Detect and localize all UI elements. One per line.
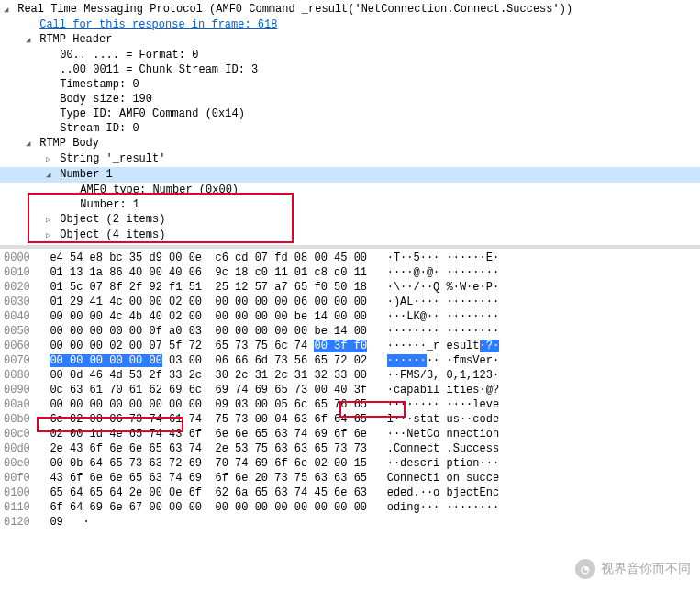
hex-row[interactable]: 0090 0c 63 61 70 61 62 69 6c 69 74 69 65… xyxy=(0,383,700,397)
header-timestamp-row[interactable]: Timestamp: 0 xyxy=(0,77,700,92)
hex-row[interactable]: 0050 00 00 00 00 00 0f a0 03 00 00 00 00… xyxy=(0,324,700,339)
hex-row[interactable]: 00b0 6c 02 00 06 73 74 61 74 75 73 00 04… xyxy=(0,412,700,427)
number-value-row[interactable]: Number: 1 xyxy=(0,197,700,212)
hex-row[interactable]: 00f0 43 6f 6e 6e 65 63 74 69 6f 6e 20 73… xyxy=(0,471,700,486)
rtmp-body-label: RTMP Body xyxy=(39,137,99,150)
watermark: ◔ 视界音你而不同 xyxy=(575,559,691,579)
expand-icon[interactable]: ◢ xyxy=(4,3,11,17)
collapse-icon[interactable]: ▷ xyxy=(46,213,53,228)
body-object2-row[interactable]: ▷ Object (2 items) xyxy=(0,212,700,228)
wechat-icon: ◔ xyxy=(575,559,595,579)
body-object4-row[interactable]: ▷ Object (4 items) xyxy=(0,228,700,243)
hex-row[interactable]: 0110 6f 64 69 6e 67 00 00 00 00 00 00 00… xyxy=(0,500,700,515)
header-typeid-row[interactable]: Type ID: AMF0 Command (0x14) xyxy=(0,106,700,121)
hex-row[interactable]: 0080 00 0d 46 4d 53 2f 33 2c 30 2c 31 2c… xyxy=(0,368,700,383)
hex-row[interactable]: 0000 e4 54 e8 bc 35 d9 00 0e c6 cd 07 fd… xyxy=(0,251,700,265)
collapse-icon[interactable]: ▷ xyxy=(46,229,53,243)
hex-row[interactable]: 00d0 2e 43 6f 6e 6e 65 63 74 2e 53 75 63… xyxy=(0,441,700,456)
hex-row[interactable]: 0100 65 64 65 64 2e 00 0e 6f 62 6a 65 63… xyxy=(0,486,700,500)
hex-row[interactable]: 0070 00 00 00 00 00 00 03 00 06 66 6d 73… xyxy=(0,353,700,368)
hex-dump-pane[interactable]: 0000 e4 54 e8 bc 35 d9 00 0e c6 cd 07 fd… xyxy=(0,245,700,530)
hex-row[interactable]: 0010 01 13 1a 86 40 00 40 06 9c 18 c0 11… xyxy=(0,265,700,280)
expand-icon[interactable]: ◢ xyxy=(46,168,53,183)
rtmp-body-row[interactable]: ◢ RTMP Body xyxy=(0,136,700,151)
hex-row[interactable]: 0120 09 · xyxy=(0,515,700,530)
hex-row[interactable]: 0020 01 5c 07 8f 2f 92 f1 51 25 12 57 a7… xyxy=(0,280,700,295)
hex-row[interactable]: 0040 00 00 00 4c 4b 40 02 00 00 00 00 00… xyxy=(0,309,700,324)
hex-row[interactable]: 00c0 02 00 1d 4e 65 74 43 6f 6e 6e 65 63… xyxy=(0,427,700,441)
hex-row[interactable]: 0060 00 00 00 02 00 07 5f 72 65 73 75 6c… xyxy=(0,339,700,353)
header-format-row[interactable]: 00.. .... = Format: 0 xyxy=(0,48,700,62)
number-type-row[interactable]: AMF0 type: Number (0x00) xyxy=(0,183,700,197)
packet-details-pane: ◢ Real Time Messaging Protocol (AMF0 Com… xyxy=(0,0,700,245)
hex-row[interactable]: 00a0 00 00 00 00 00 00 00 00 09 03 00 05… xyxy=(0,397,700,412)
body-string-row[interactable]: ▷ String '_result' xyxy=(0,151,700,167)
call-link-row[interactable]: Call for this response in frame: 618 xyxy=(0,17,700,32)
protocol-title-row[interactable]: ◢ Real Time Messaging Protocol (AMF0 Com… xyxy=(0,2,700,17)
header-streamid-row[interactable]: Stream ID: 0 xyxy=(0,121,700,136)
header-bodysize-row[interactable]: Body size: 190 xyxy=(0,92,700,106)
body-number-row[interactable]: ◢ Number 1 xyxy=(0,167,700,183)
rtmp-header-row[interactable]: ◢ RTMP Header xyxy=(0,32,700,48)
hex-row[interactable]: 00e0 00 0b 64 65 73 63 72 69 70 74 69 6f… xyxy=(0,456,700,471)
collapse-icon[interactable]: ▷ xyxy=(46,152,53,167)
protocol-title: Real Time Messaging Protocol (AMF0 Comma… xyxy=(17,3,572,16)
response-frame-link[interactable]: Call for this response in frame: 618 xyxy=(39,18,277,31)
header-csid-row[interactable]: ..00 0011 = Chunk Stream ID: 3 xyxy=(0,62,700,77)
rtmp-header-label: RTMP Header xyxy=(39,33,112,46)
hex-row[interactable]: 0030 01 29 41 4c 00 00 02 00 00 00 00 00… xyxy=(0,295,700,309)
expand-icon[interactable]: ◢ xyxy=(26,137,33,151)
expand-icon[interactable]: ◢ xyxy=(26,33,33,48)
watermark-text: 视界音你而不同 xyxy=(601,561,691,577)
